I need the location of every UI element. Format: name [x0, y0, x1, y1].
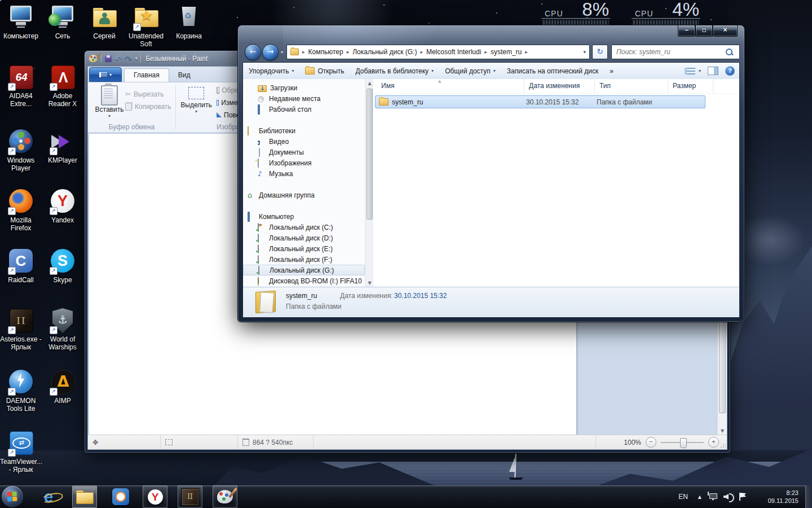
- desktop-icon-world-of-warships[interactable]: ⚓ World of Warships: [42, 306, 83, 352]
- desktop-icon-skype[interactable]: S Skype: [42, 247, 83, 284]
- sidebar-item-bdrom[interactable]: Дисковод BD-ROM (I:) FIFA10: [243, 275, 365, 286]
- organize-button[interactable]: Упорядочить▾: [243, 63, 299, 79]
- open-button[interactable]: Открыть: [299, 63, 350, 79]
- tray-clock[interactable]: 8:23 09.11.2015: [750, 489, 804, 505]
- sidebar-item-homegroup[interactable]: ⌂Домашняя группа: [243, 190, 365, 200]
- sidebar-item-pictures[interactable]: Изображения: [243, 157, 365, 168]
- desktop-icon-daemon-tools[interactable]: DAEMON Tools Lite: [0, 368, 42, 413]
- network-icon[interactable]: [708, 491, 719, 502]
- paste-button[interactable]: Вставить ▾: [95, 85, 124, 120]
- change-view-icon[interactable]: [685, 68, 695, 75]
- taskbar-yandex-button[interactable]: Y: [143, 485, 167, 508]
- close-button[interactable]: ×: [713, 25, 738, 37]
- taskbar-lineage-button[interactable]: II: [178, 485, 202, 508]
- desktop-icon-firefox[interactable]: Mozilla Firefox: [0, 187, 42, 233]
- desktop-icon-asterios[interactable]: II Asterios.exe - Ярлык: [0, 306, 42, 352]
- select-button[interactable]: Выделить ▾: [178, 82, 214, 133]
- share-button[interactable]: Общий доступ▾: [439, 63, 501, 79]
- column-type[interactable]: Тип: [595, 79, 668, 93]
- forward-button[interactable]: →: [262, 44, 279, 60]
- breadcrumb-system-ru[interactable]: system_ru: [488, 48, 524, 56]
- more-commands-button[interactable]: »: [604, 63, 619, 79]
- desktop-icon-network[interactable]: Сеть: [42, 3, 83, 41]
- breadcrumb-disk-g[interactable]: Локальный диск (G:): [350, 48, 419, 56]
- desktop-icon-raidcall[interactable]: C RaidCall: [0, 247, 42, 284]
- start-button[interactable]: [2, 486, 23, 507]
- chevron-down-icon[interactable]: ▾: [699, 68, 701, 73]
- minimize-button[interactable]: –: [678, 25, 695, 37]
- tab-view[interactable]: Вид: [169, 69, 200, 82]
- sidebar-scrollbar[interactable]: ▲ ▼: [365, 79, 374, 287]
- breadcrumb-computer[interactable]: Компьютер: [306, 48, 346, 56]
- sidebar-item-recent[interactable]: ◷Недавние места: [243, 93, 365, 104]
- copy-button[interactable]: Копировать: [125, 102, 177, 112]
- search-icon[interactable]: [726, 49, 732, 55]
- resize-grip[interactable]: [720, 443, 726, 448]
- back-button[interactable]: ←: [245, 44, 261, 60]
- sidebar-item-documents[interactable]: Документы: [243, 147, 365, 157]
- sidebar-item-video[interactable]: ▸Видео: [243, 136, 365, 147]
- tab-home[interactable]: Главная: [124, 68, 169, 82]
- taskbar-ie-button[interactable]: e: [36, 485, 61, 508]
- column-date[interactable]: Дата изменения: [524, 79, 595, 93]
- add-to-library-button[interactable]: Добавить в библиотеку▾: [350, 63, 440, 79]
- sidebar-item-disk-f[interactable]: Локальный диск (F:): [243, 254, 365, 265]
- desktop-icon-computer[interactable]: Компьютер: [0, 3, 42, 41]
- restore-button[interactable]: ▫: [695, 25, 713, 37]
- desktop-icon-windows-player[interactable]: Windows Player: [0, 128, 42, 173]
- sidebar-item-computer[interactable]: Компьютер: [243, 211, 365, 222]
- sidebar-item-desktop[interactable]: Рабочий стол: [243, 104, 365, 115]
- hidden-icons-chevron[interactable]: ▲: [694, 494, 706, 500]
- paint-menu-button[interactable]: ▾: [89, 67, 122, 82]
- column-name[interactable]: Имя: [373, 79, 524, 93]
- scroll-down-icon[interactable]: ▼: [365, 279, 374, 287]
- desktop-icon-user-folder[interactable]: Сергей: [83, 3, 125, 41]
- zoom-slider[interactable]: [661, 442, 704, 443]
- search-box[interactable]: [611, 45, 740, 59]
- zoom-in-button[interactable]: +: [708, 437, 719, 448]
- scrollbar-thumb[interactable]: [367, 89, 373, 220]
- cpu-gadget-2[interactable]: CPU 4%: [632, 1, 700, 27]
- desktop-icon-unattended-soft[interactable]: ★ Unattended Soft: [125, 3, 167, 49]
- action-center-flag-icon[interactable]: [737, 491, 748, 502]
- save-icon[interactable]: [105, 55, 112, 62]
- desktop-icon-kmplayer[interactable]: KMPlayer: [42, 128, 83, 165]
- breadcrumb-melcosoft[interactable]: Melcosoft Interludi: [424, 48, 483, 56]
- desktop-icon-aida64[interactable]: 64 AIDA64 Extre...: [0, 63, 42, 108]
- sidebar-item-disk-e[interactable]: Локальный диск (E:): [243, 243, 365, 254]
- refresh-icon[interactable]: ↻: [592, 45, 608, 59]
- cut-button[interactable]: ✂Вырезать: [125, 89, 177, 99]
- taskbar-explorer-button[interactable]: [72, 485, 97, 508]
- show-desktop-button[interactable]: [805, 485, 812, 508]
- burn-button[interactable]: Записать на оптический диск: [501, 63, 604, 79]
- sidebar-item-music[interactable]: ♪Музыка: [243, 168, 365, 179]
- redo-icon[interactable]: ↷: [125, 55, 132, 63]
- sidebar-item-downloads[interactable]: Загрузки: [243, 82, 365, 93]
- language-indicator[interactable]: EN: [673, 493, 694, 501]
- zoom-slider-thumb[interactable]: [680, 438, 687, 448]
- sidebar-item-disk-c[interactable]: Локальный диск (C:): [243, 222, 365, 233]
- qat-dropdown-icon[interactable]: ▾: [135, 56, 137, 61]
- breadcrumb[interactable]: ▸ Компьютер ▸ Локальный диск (G:) ▸ Melc…: [286, 45, 590, 59]
- zoom-out-button[interactable]: −: [646, 437, 656, 448]
- preview-pane-icon[interactable]: [708, 67, 718, 75]
- sidebar-item-libraries[interactable]: Библиотеки: [243, 125, 365, 136]
- sidebar-item-disk-g[interactable]: Локальный диск (G:): [243, 265, 365, 275]
- scroll-down-icon[interactable]: ▼: [718, 427, 727, 435]
- search-input[interactable]: [612, 48, 726, 56]
- address-dropdown-icon[interactable]: ▾: [583, 49, 586, 55]
- sidebar-item-disk-d[interactable]: Локальный диск (D:): [243, 233, 365, 243]
- file-row-system-ru[interactable]: system_ru 30.10.2015 15:32 Папка с файла…: [375, 95, 705, 108]
- desktop-icon-recycle-bin[interactable]: Корзина: [168, 3, 210, 41]
- taskbar-paint-button[interactable]: [213, 485, 237, 508]
- cpu-gadget-1[interactable]: CPU 8%: [541, 1, 610, 27]
- taskbar-media-player-button[interactable]: [108, 485, 133, 508]
- desktop-icon-aimp[interactable]: Δ AIMP: [42, 368, 83, 405]
- column-size[interactable]: Размер: [668, 79, 713, 93]
- desktop-icon-yandex[interactable]: Y Yandex: [42, 187, 83, 225]
- recent-pages-dropdown-icon[interactable]: ▾: [281, 50, 283, 55]
- help-icon[interactable]: ?: [725, 66, 735, 76]
- undo-icon[interactable]: ↶: [115, 55, 122, 63]
- desktop-icon-adobe-reader[interactable]: Λ Adobe Reader X: [42, 63, 83, 108]
- volume-icon[interactable]: [722, 491, 734, 502]
